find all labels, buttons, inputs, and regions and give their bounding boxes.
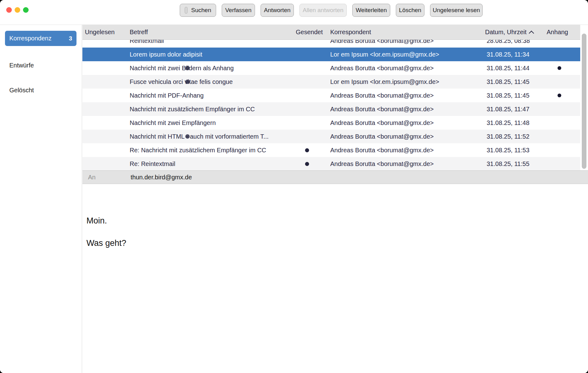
column-header-betreff[interactable]: Betreff: [130, 25, 148, 39]
sidebar-item-entw-rfe[interactable]: Entwürfe: [5, 58, 76, 73]
sidebar-item-gel-scht[interactable]: Gelöscht: [5, 83, 76, 98]
row-subject: Fusce vehicula orci vitae felis congue: [130, 75, 233, 89]
suchen-button[interactable]: Suchen: [180, 4, 216, 17]
mail-app-window: SuchenVerfassenAntwortenAllen antwortenW…: [0, 0, 588, 373]
sidebar: Korrespondenz3EntwürfeGelöscht: [0, 25, 82, 373]
row-subject: Nachricht mit zwei Bildern als Anhang: [130, 61, 234, 75]
column-header-label: Ungelesen: [85, 29, 115, 35]
row-correspondent: Andreas Borutta <borumat@gmx.de>: [330, 61, 434, 75]
table-row[interactable]: ReintextmailAndreas Borutta <borumat@gmx…: [82, 40, 580, 48]
column-header-label: Betreff: [130, 29, 148, 35]
search-token-icon: [185, 7, 188, 14]
message-list: ReintextmailAndreas Borutta <borumat@gmx…: [82, 40, 580, 170]
button-label: Antworten: [264, 7, 291, 14]
table-row[interactable]: Nachricht mit zusätzlichem Empfänger im …: [82, 102, 580, 116]
message-body-line: Was geht?: [86, 237, 126, 249]
window-minimize-button[interactable]: [15, 7, 20, 13]
column-header-gesendet[interactable]: Gesendet: [292, 25, 323, 39]
button-label: Löschen: [399, 7, 421, 14]
row-subject: Nachricht mit zusätzlichem Empfänger im …: [130, 102, 255, 116]
sort-ascending-icon: [529, 31, 534, 36]
to-label: An: [88, 171, 95, 184]
column-header-datum[interactable]: Datum, Uhrzeit: [485, 25, 533, 39]
button-label: Allen antworten: [303, 7, 344, 14]
row-datetime: 31.08.25, 11:44: [487, 61, 530, 75]
table-row[interactable]: Nachricht mit PDF-AnhangAndreas Borutta …: [82, 89, 580, 102]
sidebar-item-korrespondenz[interactable]: Korrespondenz3: [5, 31, 76, 46]
row-datetime: 31.08.25, 11:52: [487, 130, 530, 143]
sent-dot: [305, 148, 309, 152]
row-subject: Lorem ipsum dolor adipisit: [130, 48, 202, 61]
row-datetime: 31.08.25, 11:34: [487, 48, 530, 61]
row-subject: Reintextmail: [130, 40, 164, 48]
row-correspondent: Andreas Borutta <borumat@gmx.de>: [330, 143, 434, 157]
row-datetime: 31.08.25, 11:45: [487, 75, 530, 89]
l-schen-button[interactable]: Löschen: [396, 4, 424, 17]
button-label: Verfassen: [225, 7, 252, 14]
row-correspondent: Andreas Borutta <borumat@gmx.de>: [330, 102, 434, 116]
row-datetime: 31.08.25, 11:55: [487, 157, 530, 170]
column-header-label: Gesendet: [296, 29, 323, 35]
button-label: Weiterleiten: [356, 7, 387, 14]
attachment-icon: [558, 94, 561, 97]
row-correspondent: Lor em Ipsum <lor.em.ipsum@gmx.de>: [330, 48, 439, 61]
column-header-label: Datum, Uhrzeit: [485, 29, 526, 35]
scrollbar-thumb[interactable]: [582, 34, 586, 169]
column-header-label: Anhang: [547, 29, 568, 35]
table-row[interactable]: Nachricht mit zwei Bildern als AnhangAnd…: [82, 61, 580, 75]
verfassen-button[interactable]: Verfassen: [222, 4, 255, 17]
table-row[interactable]: Nachricht mit zwei EmpfängernAndreas Bor…: [82, 116, 580, 130]
content-area: UngelesenBetreffGesendetKorrespondentDat…: [82, 25, 588, 373]
weiterleiten-button[interactable]: Weiterleiten: [352, 4, 390, 17]
scrollbar-track[interactable]: [580, 25, 588, 170]
row-correspondent: Andreas Borutta <borumat@gmx.de>: [330, 130, 434, 143]
window-zoom-button[interactable]: [23, 7, 29, 13]
unread-count-badge: 3: [69, 35, 72, 42]
sidebar-item-label: Gelöscht: [9, 87, 72, 94]
message-list-header: UngelesenBetreffGesendetKorrespondentDat…: [82, 25, 580, 40]
row-correspondent: Andreas Borutta <borumat@gmx.de>: [330, 116, 434, 130]
row-subject: Nachricht mit zwei Empfängern: [130, 116, 216, 130]
row-correspondent: Andreas Borutta <borumat@gmx.de>: [330, 157, 434, 170]
table-row[interactable]: Lorem ipsum dolor adipisitLor em Ipsum <…: [82, 48, 580, 61]
sent-dot: [305, 162, 309, 166]
attachment-icon: [558, 66, 561, 70]
button-label: Suchen: [191, 7, 211, 14]
button-label: Ungelesene lesen: [433, 7, 480, 14]
row-subject: Re: Nachricht mit zusätzlichem Empfänger…: [130, 143, 266, 157]
allen-antworten-button: Allen antworten: [299, 4, 347, 17]
antworten-button[interactable]: Antworten: [261, 4, 294, 17]
message-body-line: Moin.: [86, 215, 107, 226]
row-correspondent: Andreas Borutta <borumat@gmx.de>: [330, 89, 434, 102]
row-subject: Nachricht mit PDF-Anhang: [130, 89, 204, 102]
table-row[interactable]: Nachricht mit HTML - auch mit vorformati…: [82, 130, 580, 143]
row-subject: Nachricht mit HTML - auch mit vorformati…: [130, 130, 269, 143]
table-row[interactable]: Re: Nachricht mit zusätzlichem Empfänger…: [82, 143, 580, 157]
window-close-button[interactable]: [6, 7, 12, 13]
message-body: Moin.Was geht?: [82, 184, 588, 373]
row-correspondent: Lor em Ipsum <lor.em.ipsum@gmx.de>: [330, 75, 439, 89]
row-subject: Re: Reintextmail: [130, 157, 175, 170]
row-correspondent: Andreas Borutta <borumat@gmx.de>: [330, 40, 434, 48]
ungelesene-lesen-button[interactable]: Ungelesene lesen: [430, 4, 483, 17]
to-address: thun.der.bird@gmx.de: [131, 171, 192, 184]
recipient-bar: An thun.der.bird@gmx.de: [82, 170, 588, 184]
column-header-ungelesen[interactable]: Ungelesen: [85, 25, 115, 39]
table-row[interactable]: Re: ReintextmailAndreas Borutta <borumat…: [82, 157, 580, 170]
column-header-korrespondent[interactable]: Korrespondent: [330, 25, 371, 39]
column-header-label: Korrespondent: [330, 29, 371, 35]
column-header-anhang[interactable]: Anhang: [547, 25, 568, 39]
sidebar-item-label: Korrespondenz: [9, 35, 69, 42]
sidebar-item-label: Entwürfe: [9, 62, 72, 69]
table-row[interactable]: Fusce vehicula orci vitae felis congueLo…: [82, 75, 580, 89]
row-datetime: 31.08.25, 11:53: [487, 143, 530, 157]
row-datetime: 31.08.25, 11:45: [487, 89, 530, 102]
row-datetime: 31.08.25, 11:48: [487, 116, 530, 130]
row-datetime: 31.08.25, 11:47: [487, 102, 530, 116]
row-datetime: 28.08.25, 08:38: [487, 40, 530, 48]
